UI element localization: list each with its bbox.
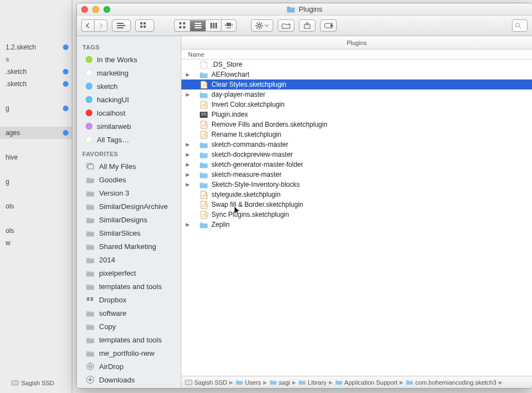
file-row[interactable]: ▶Sketch-Style-Inventory-blocks [181,180,532,190]
action-button[interactable] [251,19,273,32]
sidebar-tag-item[interactable]: marketing [77,66,181,79]
bg-row[interactable]: .sketch [0,66,72,78]
forward-button[interactable] [94,19,107,32]
path-crumb[interactable]: Users [235,379,261,386]
file-row[interactable]: .DS_Store [181,59,532,69]
list-header-name[interactable]: Name [181,49,532,59]
file-row[interactable]: Plugin.index [181,110,532,120]
sidebar-favorite-item[interactable]: All My Files [77,160,181,173]
disclosure-triangle-icon[interactable]: ▶ [184,152,191,157]
sidebar-tag-item[interactable]: similarweb [77,120,181,133]
sidebar-favorite-item[interactable]: AirDrop [77,360,181,373]
file-row[interactable]: JSClear Styles.sketchplugin [181,79,532,89]
list-view-button[interactable] [190,19,205,32]
file-row[interactable]: JSSync Plugins.sketchplugin [181,210,532,220]
sidebar-tag-item[interactable]: localhost [77,106,181,120]
bg-row[interactable]: hive [0,151,72,163]
sidebar-favorite-item[interactable]: software [77,306,181,320]
file-row[interactable]: ▶sketch-dockpreview-master [181,150,532,160]
file-row[interactable]: JSSwap fill & Border.sketchplugin [181,200,532,210]
sidebar-favorite-item[interactable]: templates and tools [77,280,181,293]
file-row[interactable]: ▶sketch-commands-master [181,140,532,150]
zoom-window-button[interactable] [104,6,110,13]
folder-icon [199,180,208,189]
file-row[interactable]: ▶Zeplin [181,220,532,230]
tag-dot-icon [86,110,92,116]
bg-row[interactable]: g [0,102,72,115]
sidebar-favorite-item[interactable]: 2014 [77,253,181,266]
sidebar-favorite-item[interactable]: Goodies [77,173,181,186]
item-display-button[interactable] [135,19,154,32]
sidebar-favorite-item[interactable]: me_portfolio-new [77,346,181,360]
bg-row[interactable]: ols [0,225,72,237]
bg-row[interactable]: s [0,53,72,66]
file-row[interactable]: ▶AEFlowchart [181,69,532,79]
sidebar-favorite-item[interactable]: SimilarDesigns [77,213,181,226]
sidebar-favorite-item[interactable]: pixelperfect [77,266,181,280]
bg-row[interactable] [0,212,72,225]
share-button[interactable] [299,19,316,32]
disclosure-triangle-icon[interactable]: ▶ [184,172,191,177]
file-row[interactable]: JSInvert Color.sketchplugin [181,100,532,110]
bg-row[interactable] [0,90,72,102]
folder-icon [199,220,208,229]
sidebar-tag-item[interactable]: All Tags… [77,133,181,146]
folder-icon [199,150,208,159]
sidebar-favorite-item[interactable]: SimilarSlices [77,226,181,240]
file-list[interactable]: .DS_Store▶AEFlowchartJSClear Styles.sket… [181,59,532,376]
file-row[interactable]: ▶day-player-master [181,89,532,100]
sidebar-tag-item[interactable]: In the Works [77,53,181,66]
bg-row[interactable]: ages [0,127,72,139]
bg-row[interactable] [0,115,72,127]
new-folder-button[interactable]: + [278,19,294,32]
bg-row[interactable] [0,163,72,176]
sidebar-favorite-item[interactable]: SimilarDesignArchive [77,200,181,213]
path-crumb[interactable]: Application Support [335,379,397,386]
column-view-button[interactable] [205,19,221,32]
bg-row[interactable]: ols [0,200,72,212]
sidebar-favorite-item[interactable]: Dropbox [77,293,181,306]
disclosure-triangle-icon[interactable]: ▶ [184,142,191,147]
bg-row[interactable]: .sketch [0,78,72,90]
file-row[interactable]: JSRename It.sketchplugin [181,130,532,140]
path-crumb[interactable]: Library [298,379,327,386]
sidebar-favorite-item[interactable]: templates and tools [77,333,181,346]
favorite-label: All My Files [99,162,136,171]
sidebar-favorite-item[interactable]: Copy [77,320,181,333]
path-bar[interactable]: Sagish SSD▶Users▶sagi▶Library▶Applicatio… [181,376,532,388]
disclosure-triangle-icon[interactable]: ▶ [184,162,191,167]
bg-row[interactable] [0,139,72,151]
disclosure-triangle-icon[interactable]: ▶ [184,222,191,227]
icon-view-button[interactable] [174,19,190,32]
sidebar-tag-item[interactable]: hackingUI [77,93,181,106]
bg-row[interactable]: g [0,176,72,188]
file-row[interactable]: JSRemove Fills and Borders.sketchplugin [181,120,532,130]
sidebar-favorite-item[interactable]: Downloads [77,373,181,386]
sidebar-favorite-item[interactable]: Version 3 [77,186,181,200]
search-field[interactable] [512,19,528,32]
tags-button[interactable] [320,19,337,32]
disclosure-triangle-icon[interactable]: ▶ [184,182,191,187]
disclosure-triangle-icon[interactable]: ▶ [184,92,191,97]
sidebar-tag-item[interactable]: sketch [77,79,181,93]
sidebar-favorite-item[interactable]: Shared Marketing [77,240,181,253]
bg-row[interactable]: w [0,237,72,249]
file-row[interactable]: ▶sketch-generator-master-folder [181,160,532,170]
close-window-button[interactable] [81,6,88,13]
bg-row[interactable] [0,188,72,200]
svg-rect-38 [88,165,93,169]
arrange-button[interactable] [112,19,131,32]
back-button[interactable] [81,19,94,32]
file-row[interactable]: JSstyleguide.sketchplugin [181,190,532,200]
minimize-window-button[interactable] [92,6,99,13]
path-crumb[interactable]: sagi [269,379,290,386]
disclosure-triangle-icon[interactable]: ▶ [184,72,191,77]
file-row[interactable]: ▶sketch-measure-master [181,170,532,180]
bg-row[interactable]: 1.2.sketch [0,41,72,53]
coverflow-view-button[interactable] [221,19,237,32]
path-crumb[interactable]: Sagish SSD [185,379,227,386]
folder-icon [199,70,208,79]
titlebar[interactable]: Plugins [77,3,532,16]
path-crumb[interactable]: com.bohemiancoding.sketch3 [406,379,496,386]
sidebar[interactable]: TAGS In the WorksmarketingsketchhackingU… [77,36,181,388]
